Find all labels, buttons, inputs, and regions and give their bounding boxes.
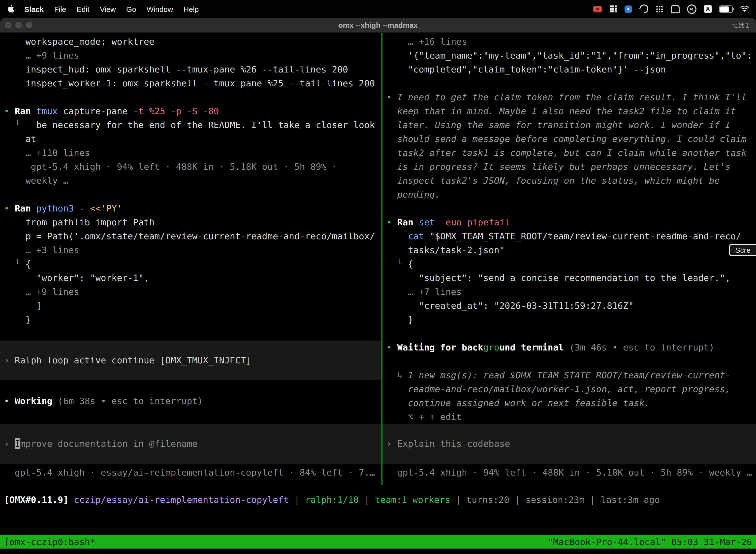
close-button[interactable]: × <box>5 22 11 28</box>
terminal-line: … +9 lines <box>0 285 381 299</box>
apple-menu-icon[interactable] <box>7 4 14 14</box>
terminal-line <box>382 202 756 215</box>
bullet: • <box>4 203 15 214</box>
menu-window[interactable]: Window <box>146 5 173 13</box>
terminal-line: ] <box>0 299 381 313</box>
terminal-line: cat "$OMX_TEAM_STATE_ROOT/team/review-cu… <box>382 229 756 243</box>
text-segment: from pathlib import Path <box>4 217 154 227</box>
terminal-line: └ { <box>382 257 756 271</box>
text-segment: inspect task2's JSON, focusing on the st… <box>386 175 720 186</box>
terminal-line <box>382 327 756 340</box>
terminal-line <box>0 380 381 394</box>
thinking-line: task2 after task1 is complete, but can I… <box>382 146 756 160</box>
terminal-line: "worker": "worker-1", <box>0 271 381 285</box>
thinking-line: keep that in mind. Maybe I also need the… <box>382 104 756 118</box>
session-time: session:23m <box>525 494 584 505</box>
blue-app-icon[interactable] <box>625 5 632 13</box>
menu-edit[interactable]: Edit <box>77 5 89 13</box>
terminal-line: … +9 lines <box>0 49 381 63</box>
text-segment: "created_at": "2026-03-31T11:59:27.816Z" <box>386 300 634 311</box>
terminal-line: └ { <box>0 257 381 271</box>
text-segment: later. Using the same for transition mig… <box>386 120 731 130</box>
input-source-icon[interactable]: A <box>704 5 712 13</box>
cpu-gauge-icon[interactable]: 61 <box>687 4 696 14</box>
text-segment: "$OMX_TEAM_STATE_ROOT/team/review-curren… <box>429 231 741 241</box>
bullet: • <box>4 106 15 116</box>
menu-help[interactable]: Help <box>184 5 199 13</box>
project-path: cczip/essay/ai-reimplementation-copyleft <box>74 494 289 505</box>
text-segment: inspect_worker-1: omx sparkshell --tmux-… <box>4 78 375 88</box>
terminal-window: × − + omx --xhigh --madmax ⌥⌘1 workspace… <box>0 18 756 554</box>
text-segment: capture-pane <box>63 106 133 116</box>
omx-version: [OMX#0.11.9] <box>4 494 74 505</box>
pane-left[interactable]: workspace_mode: worktree … +9 lines insp… <box>0 33 381 485</box>
bullet: • <box>386 342 397 352</box>
text-segment: 1 new msg(s): read $OMX_TEAM_STATE_ROOT/… <box>408 370 731 380</box>
text-segment: | <box>509 494 525 505</box>
prompt-input-right[interactable]: › Explain this codebase <box>382 424 756 464</box>
screen: Slack File Edit View Go Window Help 61 A <box>0 0 756 554</box>
text-segment: | <box>289 494 305 505</box>
battery-icon[interactable] <box>719 5 733 13</box>
terminal-line: "completed","claim_token":"claim-token"}… <box>382 63 756 76</box>
terminal-line: gpt-5.4 xhigh · 94% left · 488K in · 5.1… <box>0 160 381 174</box>
text-segment: Ran <box>15 106 36 116</box>
terminal-line: inspect_worker-1: omx sparkshell --tmux-… <box>0 76 381 90</box>
mailbox-note-line: readme-and-reco/mailbox/worker-1.json, a… <box>382 382 756 396</box>
terminal-line: at <box>0 132 381 146</box>
menu-go[interactable]: Go <box>126 5 136 13</box>
terminal-line: … +7 lines <box>382 285 756 299</box>
minimize-button[interactable]: − <box>15 22 22 28</box>
spacer <box>0 464 381 466</box>
moon-icon[interactable] <box>638 3 650 15</box>
text-segment: inspect_hud: omx sparkshell --tmux-pane … <box>4 64 348 74</box>
text-segment: "completed","claim_token":"claim-token"}… <box>386 64 666 74</box>
terminal-line: ⌥ + ↑ edit <box>382 410 756 424</box>
text-segment: … +16 lines <box>386 36 467 47</box>
omx-status-line: [OMX#0.11.9] cczip/essay/ai-reimplementa… <box>0 493 756 507</box>
ralph-loop-banner[interactable]: › Ralph loop active continue [OMX_TMUX_I… <box>0 340 381 380</box>
zoom-button[interactable]: + <box>26 22 32 28</box>
menu-file[interactable]: File <box>54 5 66 13</box>
text-segment: { <box>25 259 31 269</box>
menu-view[interactable]: View <box>100 5 116 13</box>
terminal-line: inspect_hud: omx sparkshell --tmux-pane … <box>0 63 381 76</box>
terminal-line <box>0 90 381 104</box>
terminal-line: } <box>0 313 381 327</box>
terminal-line <box>382 354 756 368</box>
terminal: workspace_mode: worktree … +9 lines insp… <box>0 33 756 554</box>
app-menu-slack[interactable]: Slack <box>24 5 44 13</box>
text-segment: | <box>359 494 375 505</box>
ran-command-line: • Ran set -euo pipefail <box>382 215 756 229</box>
window-grid-icon[interactable] <box>609 5 617 13</box>
terminal-line: workspace_mode: worktree <box>0 35 381 49</box>
ran-command-line: • Ran python3 - <<'PY' <box>0 202 381 215</box>
text-segment: set <box>419 217 440 227</box>
text-segment: tmux <box>36 106 63 116</box>
spacer <box>0 408 381 424</box>
text-segment <box>386 231 408 241</box>
prompt-chevron: › <box>4 355 15 365</box>
spinner-dots: gro <box>483 342 499 352</box>
terminal-line: p = Path('.omx/state/team/review-current… <box>0 229 381 243</box>
prompt-input-left[interactable]: › Improve documentation in @filename <box>0 424 381 464</box>
placeholder: mprove documentation in @filename <box>20 438 197 449</box>
screen-recording-icon[interactable] <box>593 6 602 12</box>
window-shortcut-hint: ⌥⌘1 <box>730 21 749 29</box>
text-segment: gpt-5.4 xhigh · essay/ai-reimplementatio… <box>4 467 375 478</box>
text-segment: und terminal <box>499 342 569 352</box>
text-segment: task2 after task1 is complete, but can I… <box>386 148 747 158</box>
text-segment: Ran <box>397 217 419 227</box>
pane-right[interactable]: … +16 lines '{"team_name":"my-team","tas… <box>382 33 756 485</box>
text-segment: be necessary for the end of the README. … <box>36 120 375 130</box>
bullet: • <box>386 92 397 102</box>
text-segment: readme-and-reco/mailbox/worker-1.json, a… <box>386 384 731 394</box>
screen-share-tooltip: Scre <box>729 244 756 256</box>
text-segment: should send a message before completing … <box>386 133 747 144</box>
ghost-icon[interactable] <box>671 5 680 13</box>
wifi-icon[interactable] <box>740 4 749 14</box>
terminal-line <box>382 76 756 90</box>
dots-grid-icon[interactable] <box>656 5 663 13</box>
mailbox-note-line: continue assigned work or next feasible … <box>382 396 756 410</box>
text-segment: { <box>408 259 414 269</box>
